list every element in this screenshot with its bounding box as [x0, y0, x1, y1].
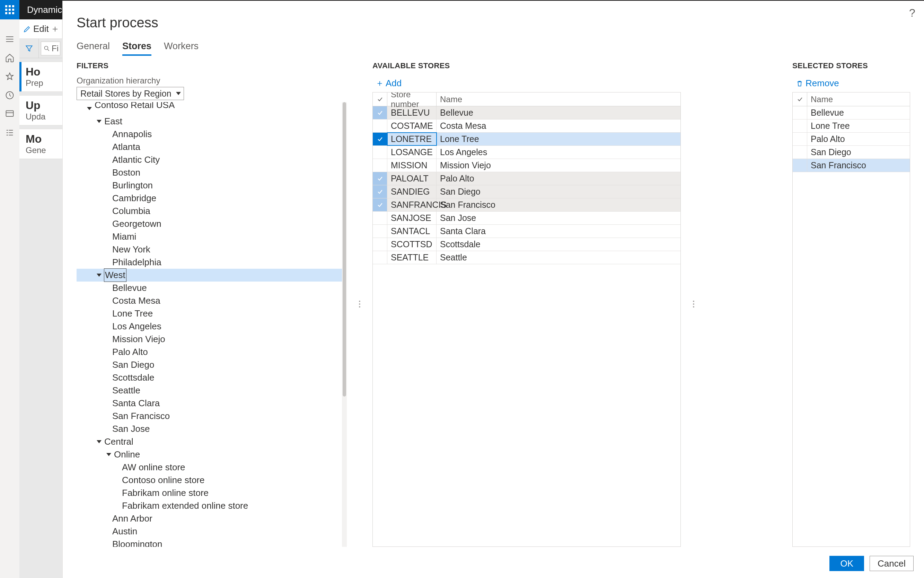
tree-node[interactable]: Fabrikam extended online store	[76, 499, 347, 512]
tree-node[interactable]: Miami	[76, 230, 347, 243]
available-row[interactable]: PALOALT Palo Alto	[373, 172, 680, 185]
col-store-number[interactable]: Store number	[387, 93, 436, 106]
row-checkbox[interactable]	[373, 133, 387, 145]
available-row[interactable]: LOSANGE Los Angeles	[373, 146, 680, 159]
home-icon[interactable]	[0, 49, 20, 67]
app-launcher[interactable]	[0, 0, 20, 19]
tree-caret-icon[interactable]	[97, 274, 101, 277]
splitter-left[interactable]	[357, 294, 362, 315]
row-checkbox[interactable]	[373, 185, 387, 198]
tree-node[interactable]: Annapolis	[76, 128, 347, 141]
tree-node[interactable]: West	[76, 269, 347, 282]
tree-node[interactable]: Lone Tree	[76, 307, 347, 320]
available-row[interactable]: SANJOSE San Jose	[373, 212, 680, 225]
recent-icon[interactable]	[0, 86, 20, 105]
remove-button[interactable]: Remove	[792, 76, 910, 92]
tree-node[interactable]: Ann Arbor	[76, 512, 347, 525]
tree-node[interactable]: Contoso Retail USA	[76, 102, 347, 115]
row-checkbox[interactable]	[793, 146, 807, 159]
list-card[interactable]: HoPrep	[20, 62, 62, 92]
tree-node[interactable]: Contoso online store	[76, 474, 347, 487]
row-checkbox[interactable]	[373, 172, 387, 185]
tree-node[interactable]: Burlington	[76, 179, 347, 192]
tree-node[interactable]: New York	[76, 243, 347, 256]
row-checkbox[interactable]	[373, 225, 387, 237]
tree-scroll-thumb[interactable]	[343, 102, 346, 396]
tree-node[interactable]: Scottsdale	[76, 371, 347, 384]
row-checkbox[interactable]	[793, 133, 807, 145]
tree-node[interactable]: San Diego	[76, 359, 347, 371]
modules-icon[interactable]	[0, 123, 20, 142]
list-card[interactable]: UpUpda	[20, 95, 62, 125]
list-search-input[interactable]: Fi	[41, 42, 60, 55]
available-row[interactable]: BELLEVU Bellevue	[373, 106, 680, 120]
row-checkbox[interactable]	[793, 120, 807, 132]
tree-node[interactable]: Atlanta	[76, 141, 347, 153]
tree-node[interactable]: Boston	[76, 166, 347, 179]
tree-node[interactable]: East	[76, 115, 347, 128]
tree-caret-icon[interactable]	[87, 107, 92, 110]
org-hierarchy-select[interactable]: Retail Stores by Region	[76, 87, 184, 100]
select-all-checkbox[interactable]	[373, 93, 387, 106]
tree-node[interactable]: Austin	[76, 525, 347, 538]
favorites-icon[interactable]	[0, 67, 20, 86]
row-checkbox[interactable]	[373, 212, 387, 224]
row-checkbox[interactable]	[373, 198, 387, 211]
col-name[interactable]: Name	[807, 93, 910, 106]
cancel-button[interactable]: Cancel	[870, 556, 914, 571]
tree-node[interactable]: Costa Mesa	[76, 294, 347, 307]
filter-icon[interactable]	[20, 39, 39, 58]
new-icon[interactable]	[51, 25, 59, 33]
selected-row[interactable]: Bellevue	[793, 106, 910, 120]
tree-node[interactable]: Central	[76, 435, 347, 448]
available-row[interactable]: COSTAME Costa Mesa	[373, 120, 680, 133]
select-all-checkbox[interactable]	[793, 93, 807, 106]
edit-button[interactable]: Edit	[33, 24, 49, 34]
row-checkbox[interactable]	[373, 251, 387, 264]
workspaces-icon[interactable]	[0, 105, 20, 123]
row-checkbox[interactable]	[793, 106, 807, 119]
row-checkbox[interactable]	[373, 120, 387, 132]
list-card[interactable]: MoGene	[20, 129, 62, 159]
add-button[interactable]: Add	[373, 76, 681, 92]
row-checkbox[interactable]	[373, 106, 387, 119]
tree-caret-icon[interactable]	[106, 453, 111, 456]
tab-workers[interactable]: Workers	[164, 41, 198, 56]
available-row[interactable]: SEATTLE Seattle	[373, 251, 680, 264]
available-row[interactable]: SCOTTSD Scottsdale	[373, 238, 680, 251]
tree-node[interactable]: Bloomington	[76, 538, 347, 547]
tree-node[interactable]: Bellevue	[76, 282, 347, 294]
org-hierarchy-tree[interactable]: Contoso Retail USAEastAnnapolisAtlantaAt…	[76, 102, 347, 547]
tree-node[interactable]: Cambridge	[76, 192, 347, 205]
selected-row[interactable]: San Francisco	[793, 159, 910, 172]
row-checkbox[interactable]	[373, 238, 387, 251]
tree-scrollbar[interactable]	[342, 102, 347, 547]
tree-node[interactable]: Los Angeles	[76, 320, 347, 333]
tree-node[interactable]: AW online store	[76, 461, 347, 474]
row-checkbox[interactable]	[373, 146, 387, 159]
tree-node[interactable]: Philadelphia	[76, 256, 347, 269]
col-name[interactable]: Name	[436, 93, 680, 106]
tree-node[interactable]: San Jose	[76, 422, 347, 435]
available-row[interactable]: SANFRANCIS San Francisco	[373, 198, 680, 212]
available-row[interactable]: MISSION Mission Viejo	[373, 159, 680, 172]
splitter-right[interactable]	[691, 294, 696, 315]
tab-general[interactable]: General	[76, 41, 110, 56]
tree-node[interactable]: Santa Clara	[76, 397, 347, 410]
available-row[interactable]: LONETRE Lone Tree	[373, 133, 680, 146]
selected-row[interactable]: Palo Alto	[793, 133, 910, 146]
tree-node[interactable]: Georgetown	[76, 218, 347, 230]
hamburger-icon[interactable]	[0, 30, 20, 49]
row-checkbox[interactable]	[793, 159, 807, 172]
tree-node[interactable]: Columbia	[76, 205, 347, 218]
available-row[interactable]: SANDIEG San Diego	[373, 185, 680, 198]
tree-node[interactable]: Online	[76, 448, 347, 461]
tree-caret-icon[interactable]	[97, 440, 101, 443]
tree-node[interactable]: Palo Alto	[76, 346, 347, 359]
tree-node[interactable]: Fabrikam online store	[76, 487, 347, 499]
selected-row[interactable]: Lone Tree	[793, 120, 910, 133]
tree-node[interactable]: Seattle	[76, 384, 347, 397]
selected-row[interactable]: San Diego	[793, 146, 910, 159]
row-checkbox[interactable]	[373, 159, 387, 172]
tree-node[interactable]: Atlantic City	[76, 153, 347, 166]
